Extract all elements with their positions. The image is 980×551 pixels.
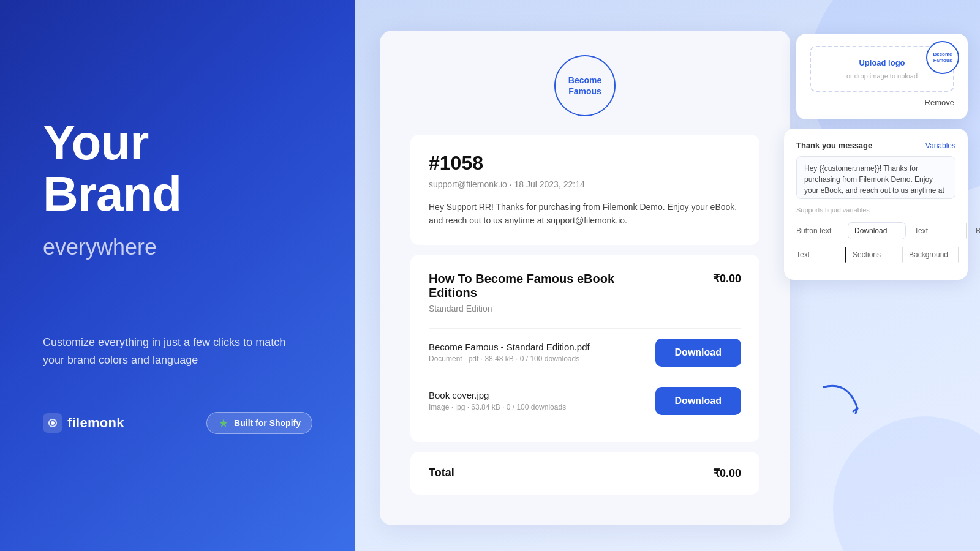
hero-description: Customize everything in just a few click… — [43, 334, 288, 369]
thankyou-title: Thank you message — [796, 141, 872, 150]
upload-logo-label: Upload logo — [859, 58, 905, 67]
hero-title: Your Brand — [43, 117, 312, 220]
button-text-label: Button text — [796, 227, 839, 235]
upload-preview: Become Famous — [926, 41, 959, 74]
email-card-header: Become Famous — [410, 55, 760, 116]
total-section: Total ₹0.00 — [410, 452, 760, 495]
product-section: How To Become Famous eBook Editions ₹0.0… — [410, 255, 760, 442]
product-edition: Standard Edition — [429, 304, 741, 313]
email-card: Become Famous #1058 support@filemonk.io … — [380, 31, 790, 525]
button-text-input[interactable] — [848, 222, 906, 239]
deco-circle-small — [833, 416, 980, 551]
order-message: Hey Support RR! Thanks for purchasing fr… — [429, 200, 741, 228]
order-meta: support@filemonk.io · 18 Jul 2023, 22:14 — [429, 179, 741, 189]
background-color-swatch-2[interactable] — [958, 247, 959, 263]
file-info-2: Book cover.jpg Image · jpg · 63.84 kB · … — [429, 390, 566, 411]
thankyou-textarea[interactable]: Hey {{customer.name}}! Thanks for purcha… — [796, 156, 956, 199]
download-button-2[interactable]: Download — [655, 387, 741, 415]
preview-circle: Become Famous — [926, 41, 959, 74]
file-meta-1: Document · pdf · 38.48 kB · 0 / 100 down… — [429, 354, 590, 363]
filemonk-logo: filemonk — [43, 413, 124, 433]
text-color-swatch-2[interactable] — [845, 247, 846, 263]
total-value: ₹0.00 — [713, 467, 741, 480]
sections-label: Sections — [853, 250, 895, 259]
file-meta-2: Image · jpg · 63.84 kB · 0 / 100 downloa… — [429, 403, 566, 411]
file-info-1: Become Famous - Standard Edition.pdf Doc… — [429, 342, 590, 363]
sections-color-swatch[interactable] — [902, 247, 903, 263]
variables-link[interactable]: Variables — [925, 141, 956, 150]
upload-area[interactable]: Upload logo or drop image to upload Beco… — [810, 46, 954, 92]
order-number: #1058 — [429, 152, 741, 174]
file-name-1: Become Famous - Standard Edition.pdf — [429, 342, 590, 352]
text-label-2: Text — [796, 250, 839, 259]
sections-row: Text Sections Background — [796, 247, 956, 263]
background-label-2: Background — [909, 250, 952, 259]
preview-text: Become Famous — [933, 51, 952, 63]
file-name-2: Book cover.jpg — [429, 390, 566, 400]
file-row-1: Become Famous - Standard Edition.pdf Doc… — [429, 328, 741, 377]
total-label: Total — [429, 467, 454, 479]
brand-logo-text: Become Famous — [568, 75, 601, 97]
thankyou-header: Thank you message Variables — [796, 141, 956, 150]
brand-logo-circle: Become Famous — [554, 55, 616, 116]
arrow-decoration — [818, 375, 867, 424]
filemonk-logo-text: filemonk — [67, 415, 124, 431]
shopify-badge[interactable]: Built for Shopify — [206, 412, 312, 434]
hero-subtitle: everywhere — [43, 234, 312, 260]
background-label: Background — [976, 227, 980, 235]
svg-marker-1 — [219, 419, 228, 427]
left-panel: Your Brand everywhere Customize everythi… — [0, 0, 355, 551]
upload-logo-card: Upload logo or drop image to upload Beco… — [796, 34, 968, 119]
product-title-row: How To Become Famous eBook Editions ₹0.0… — [429, 272, 741, 300]
bottom-bar: filemonk Built for Shopify — [43, 412, 312, 434]
text-label: Text — [914, 227, 957, 235]
product-price: ₹0.00 — [713, 272, 741, 285]
text-color-swatch[interactable] — [966, 223, 967, 239]
right-panel: Become Famous #1058 support@filemonk.io … — [355, 0, 980, 551]
filemonk-logo-icon — [43, 413, 62, 433]
product-title: How To Become Famous eBook Editions — [429, 272, 663, 300]
liquid-hint: Supports liquid variables — [796, 206, 956, 214]
svg-point-0 — [51, 421, 55, 425]
download-button-1[interactable]: Download — [655, 339, 741, 367]
button-text-row: Button text Text Background — [796, 222, 956, 239]
order-section: #1058 support@filemonk.io · 18 Jul 2023,… — [410, 135, 760, 245]
upload-drop-text: or drop image to upload — [846, 72, 918, 80]
file-row-2: Book cover.jpg Image · jpg · 63.84 kB · … — [429, 377, 741, 425]
shopify-icon — [218, 418, 229, 429]
thankyou-card: Thank you message Variables Hey {{custom… — [784, 129, 968, 280]
remove-button[interactable]: Remove — [810, 98, 954, 107]
